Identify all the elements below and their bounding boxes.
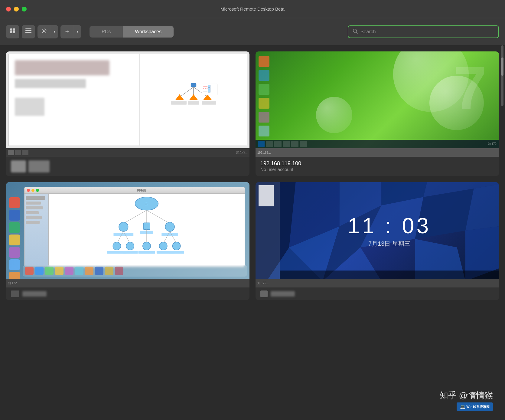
svg-text:云: 云 bbox=[145, 202, 148, 205]
traffic-lights bbox=[6, 7, 27, 11]
svg-rect-4 bbox=[25, 28, 31, 29]
watermark-text: 知乎 @惰惰猴 bbox=[440, 390, 493, 401]
close-button[interactable] bbox=[6, 7, 11, 11]
taskbar-icon bbox=[8, 150, 14, 155]
mac-dock bbox=[23, 265, 247, 277]
svg-point-32 bbox=[119, 222, 128, 231]
svg-point-45 bbox=[143, 242, 151, 250]
blurred-content-3 bbox=[15, 98, 44, 116]
pc-thumbnail-1 bbox=[6, 51, 249, 148]
desktop-icon-6 bbox=[259, 126, 269, 136]
scrollbar-thumb[interactable] bbox=[501, 57, 503, 76]
maximize-button[interactable] bbox=[22, 7, 27, 11]
svg-point-46 bbox=[159, 242, 167, 250]
window-body: 云 bbox=[24, 194, 245, 267]
pc-card-1[interactable]: 知.172... bbox=[6, 51, 249, 176]
pc3-avatar bbox=[11, 290, 19, 297]
avatar-blurred-1 bbox=[11, 160, 26, 172]
svg-rect-33 bbox=[143, 223, 150, 229]
chevron-down-icon: ▼ bbox=[53, 30, 56, 33]
grid-view-button[interactable] bbox=[6, 25, 19, 38]
settings-button[interactable] bbox=[37, 25, 51, 38]
scrollbar[interactable] bbox=[501, 45, 503, 106]
svg-rect-3 bbox=[13, 31, 15, 33]
thumb-doc-right bbox=[140, 54, 247, 146]
svg-line-31 bbox=[147, 210, 170, 224]
svg-point-43 bbox=[113, 242, 121, 250]
network-diagram-svg bbox=[168, 82, 219, 118]
tab-pcs[interactable]: PCs bbox=[90, 26, 123, 38]
pc-card-4[interactable]: 11 : 03 7月13日 星期三 知.172... bbox=[256, 182, 499, 300]
svg-rect-6 bbox=[25, 32, 31, 33]
add-arrow-button[interactable]: ▼ bbox=[74, 25, 81, 38]
pc4-strip: 知.172... bbox=[256, 279, 499, 287]
svg-point-47 bbox=[172, 242, 180, 250]
search-icon bbox=[353, 28, 358, 35]
svg-point-44 bbox=[126, 242, 134, 250]
taskbar-clock: 知.172 bbox=[488, 142, 497, 146]
svg-rect-35 bbox=[113, 233, 133, 236]
pc-thumbnail-2: 7 知.172 bbox=[256, 51, 499, 148]
pc-card-3[interactable]: 网络图 bbox=[6, 182, 249, 300]
thumb-doc-left bbox=[8, 54, 139, 146]
svg-line-29 bbox=[123, 210, 147, 224]
logo-icon: 💻 bbox=[460, 404, 465, 409]
pc1-taskbar: 知.172... bbox=[6, 148, 249, 157]
minimize-button[interactable] bbox=[14, 7, 19, 11]
plus-icon: + bbox=[65, 28, 69, 36]
pc1-info bbox=[6, 157, 249, 176]
pc3-info bbox=[6, 287, 249, 300]
svg-rect-1 bbox=[13, 28, 15, 31]
avatar-blurred-2 bbox=[28, 160, 50, 172]
app-icon-7 bbox=[9, 272, 20, 279]
desktop-icon-5 bbox=[259, 112, 269, 123]
pc2-details: 192.168.119.100 No user account bbox=[260, 160, 301, 172]
watermark: 知乎 @惰惰猴 💻 Win10系统家园 bbox=[440, 390, 493, 411]
tab-workspaces[interactable]: Workspaces bbox=[123, 26, 174, 38]
pc4-name-blurred bbox=[271, 291, 295, 297]
pc-thumbnail-3: 网络图 bbox=[6, 182, 249, 279]
win7-taskbar: 知.172 bbox=[256, 140, 499, 148]
desktop-icon-3 bbox=[259, 84, 269, 95]
lock-left-panel bbox=[256, 182, 280, 279]
watermark-logo: 💻 Win10系统家园 bbox=[457, 402, 493, 411]
svg-rect-10 bbox=[191, 83, 196, 87]
taskbar-icon bbox=[15, 150, 21, 155]
svg-rect-49 bbox=[123, 251, 138, 254]
lock-content: 11 : 03 7月13日 星期三 bbox=[280, 182, 499, 279]
mac-window-titlebar: 网络图 bbox=[24, 187, 245, 194]
toolbar: ▼ + ▼ PCs Workspaces bbox=[0, 18, 505, 45]
svg-rect-2 bbox=[10, 31, 12, 33]
add-button[interactable]: + bbox=[60, 25, 74, 38]
win7-number: 7 bbox=[453, 57, 487, 118]
main-content: 知.172... 7 bbox=[0, 45, 505, 318]
svg-rect-24 bbox=[208, 87, 210, 90]
svg-rect-50 bbox=[138, 251, 155, 254]
pc4-avatar bbox=[260, 290, 268, 297]
lock-white-block bbox=[259, 185, 274, 206]
app-icon-2 bbox=[9, 210, 20, 221]
settings-arrow-button[interactable]: ▼ bbox=[51, 25, 58, 38]
pc2-info: 192.168.119.100 No user account bbox=[256, 157, 499, 176]
svg-rect-0 bbox=[10, 28, 12, 31]
svg-rect-18 bbox=[188, 101, 199, 105]
titlebar: Microsoft Remote Desktop Beta bbox=[0, 0, 505, 18]
svg-rect-52 bbox=[169, 251, 184, 254]
search-input[interactable] bbox=[360, 29, 494, 34]
window-content: 云 bbox=[49, 194, 245, 267]
pc3-name-blurred bbox=[22, 291, 47, 297]
bubble-3 bbox=[316, 97, 352, 133]
pc-card-2[interactable]: 7 知.172 bbox=[256, 51, 499, 176]
window-sidebar bbox=[24, 194, 49, 267]
svg-line-9 bbox=[356, 32, 358, 33]
desktop-icon-1 bbox=[259, 56, 269, 67]
list-view-button[interactable] bbox=[22, 25, 35, 38]
lock-date: 7月13日 星期三 bbox=[368, 240, 410, 248]
svg-rect-22 bbox=[208, 85, 210, 87]
pc-thumbnail-4: 11 : 03 7月13日 星期三 bbox=[256, 182, 499, 279]
blurred-content-2 bbox=[15, 79, 86, 88]
desktop-icon-2 bbox=[259, 70, 269, 81]
start-button bbox=[258, 141, 265, 147]
blurred-content-1 bbox=[15, 60, 109, 75]
app-icon-1 bbox=[9, 197, 20, 208]
